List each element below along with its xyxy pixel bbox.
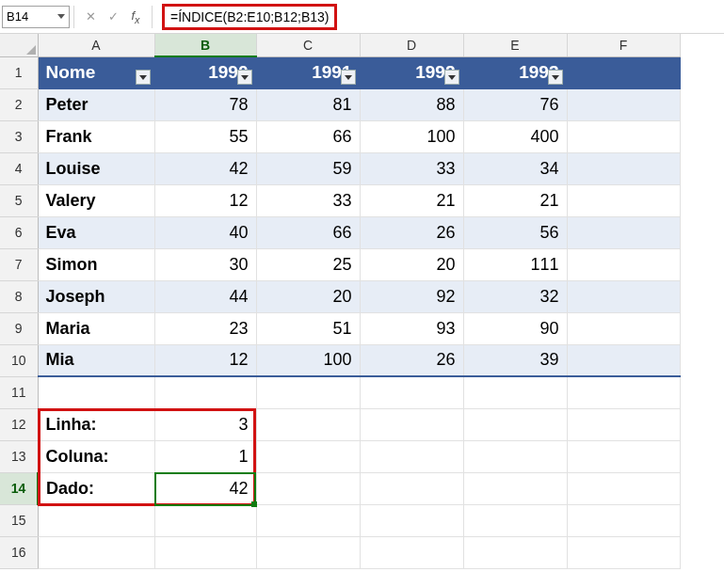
row-header[interactable]: 15	[0, 504, 38, 536]
col-header-C[interactable]: C	[256, 34, 360, 56]
cell[interactable]	[360, 376, 463, 408]
cell[interactable]	[360, 536, 463, 568]
cell[interactable]: 30	[154, 248, 256, 280]
cell[interactable]: 25	[256, 248, 360, 280]
cell[interactable]: 90	[463, 312, 567, 344]
cell[interactable]	[256, 440, 360, 472]
cell[interactable]	[360, 440, 463, 472]
cell[interactable]	[463, 440, 567, 472]
cell[interactable]: 93	[360, 312, 463, 344]
cell[interactable]: 76	[463, 88, 567, 120]
row-header[interactable]: 11	[0, 376, 38, 408]
cell[interactable]: 20	[256, 280, 360, 312]
coluna-value[interactable]: 1	[154, 440, 256, 472]
header-1991[interactable]: 1991	[256, 56, 360, 88]
cell[interactable]	[567, 248, 680, 280]
cell[interactable]	[463, 536, 567, 568]
cell[interactable]: 59	[256, 152, 360, 184]
cell[interactable]: 100	[256, 344, 360, 376]
cell[interactable]: 34	[463, 152, 567, 184]
cell[interactable]	[567, 88, 680, 120]
cell[interactable]: 111	[463, 248, 567, 280]
cell[interactable]	[256, 536, 360, 568]
cell[interactable]: 39	[463, 344, 567, 376]
name-box[interactable]: B14	[2, 6, 70, 28]
row-header[interactable]: 7	[0, 248, 38, 280]
row-header[interactable]: 2	[0, 88, 38, 120]
cell[interactable]	[463, 504, 567, 536]
cell[interactable]: Simon	[38, 248, 154, 280]
cell[interactable]	[567, 216, 680, 248]
col-header-B[interactable]: B	[154, 34, 256, 56]
filter-icon[interactable]	[136, 70, 151, 85]
cell[interactable]: Frank	[38, 120, 154, 152]
row-header[interactable]: 1	[0, 56, 38, 88]
cell[interactable]: 44	[154, 280, 256, 312]
cell[interactable]	[567, 312, 680, 344]
cell[interactable]: 21	[463, 184, 567, 216]
cell[interactable]: 12	[154, 184, 256, 216]
cell[interactable]	[567, 408, 680, 440]
header-1990[interactable]: 1990	[154, 56, 256, 88]
cell[interactable]: 33	[256, 184, 360, 216]
row-header[interactable]: 6	[0, 216, 38, 248]
cell[interactable]	[256, 376, 360, 408]
cell[interactable]: 32	[463, 280, 567, 312]
cell[interactable]: Peter	[38, 88, 154, 120]
cell[interactable]: 40	[154, 216, 256, 248]
row-header[interactable]: 9	[0, 312, 38, 344]
cell[interactable]: 42	[154, 152, 256, 184]
cell[interactable]: 81	[256, 88, 360, 120]
worksheet-grid[interactable]: A B C D E F 1 Nome 1990 1991 1992 1993 2…	[0, 34, 724, 569]
cell[interactable]	[463, 376, 567, 408]
row-header[interactable]: 12	[0, 408, 38, 440]
row-header[interactable]: 8	[0, 280, 38, 312]
fx-icon[interactable]: fx	[129, 8, 142, 25]
cell[interactable]: 56	[463, 216, 567, 248]
linha-value[interactable]: 3	[154, 408, 256, 440]
linha-label[interactable]: Linha:	[38, 408, 154, 440]
cell[interactable]	[256, 472, 360, 504]
col-header-D[interactable]: D	[360, 34, 463, 56]
cell[interactable]	[567, 440, 680, 472]
coluna-label[interactable]: Coluna:	[38, 440, 154, 472]
row-header[interactable]: 13	[0, 440, 38, 472]
cell[interactable]	[360, 472, 463, 504]
cell[interactable]: Louise	[38, 152, 154, 184]
cell[interactable]	[567, 152, 680, 184]
col-header-E[interactable]: E	[463, 34, 567, 56]
cell[interactable]	[567, 56, 680, 88]
cell[interactable]	[154, 536, 256, 568]
cell[interactable]	[360, 504, 463, 536]
cell[interactable]: 12	[154, 344, 256, 376]
cell[interactable]	[256, 408, 360, 440]
cell[interactable]	[567, 120, 680, 152]
filter-icon[interactable]	[444, 70, 459, 85]
cell[interactable]: 26	[360, 216, 463, 248]
cell[interactable]: Maria	[38, 312, 154, 344]
dado-label[interactable]: Dado:	[38, 472, 154, 504]
cell[interactable]: 26	[360, 344, 463, 376]
col-header-F[interactable]: F	[567, 34, 680, 56]
cell[interactable]: 33	[360, 152, 463, 184]
row-header[interactable]: 4	[0, 152, 38, 184]
cell[interactable]	[567, 376, 680, 408]
col-header-A[interactable]: A	[38, 34, 154, 56]
cell[interactable]: 88	[360, 88, 463, 120]
cell[interactable]	[463, 408, 567, 440]
header-1992[interactable]: 1992	[360, 56, 463, 88]
row-header[interactable]: 14	[0, 472, 38, 504]
cell[interactable]	[567, 472, 680, 504]
cell[interactable]	[38, 376, 154, 408]
cell[interactable]: 23	[154, 312, 256, 344]
filter-icon[interactable]	[341, 70, 356, 85]
row-header[interactable]: 10	[0, 344, 38, 376]
formula-bar[interactable]: =ÍNDICE(B2:E10;B12;B13)	[156, 6, 724, 28]
cancel-formula-icon[interactable]: ✕	[84, 9, 97, 24]
cell[interactable]: 78	[154, 88, 256, 120]
row-header[interactable]: 16	[0, 536, 38, 568]
cell[interactable]	[567, 504, 680, 536]
cell[interactable]	[360, 408, 463, 440]
filter-icon[interactable]	[237, 70, 252, 85]
cell[interactable]	[154, 376, 256, 408]
